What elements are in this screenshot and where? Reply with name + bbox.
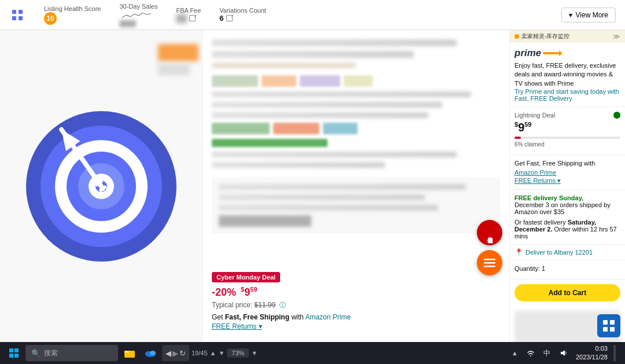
grid-icon-button[interactable] — [597, 314, 620, 337]
lightning-deal-header: Lightning Deal — [514, 112, 620, 119]
menu-icon — [483, 257, 497, 269]
svg-rect-25 — [14, 354, 19, 358]
deliver-to[interactable]: 📍 Deliver to Albany 12201 — [510, 245, 625, 260]
svg-rect-22 — [9, 348, 13, 352]
zoom-down-icon[interactable]: ▼ — [251, 350, 258, 356]
desc-blur-2 — [219, 194, 425, 200]
deal-progress-fill — [514, 137, 521, 139]
nav-back-icon[interactable]: ◀ — [166, 349, 171, 358]
sidebar-collapse-icon[interactable]: ≫ — [613, 32, 620, 41]
fast-shipping-text: Get Fast, Free Shipping with — [514, 160, 620, 167]
taskbar-center-apps: ◀ ▶ ↻ 19/45 ▲ ▼ 73% ▼ — [141, 344, 258, 362]
product-shipping-info: Get Fast, Free Shipping with Amazon Prim… — [212, 313, 500, 321]
delivery-detail: December 3 on orders shipped by Amazon o… — [514, 201, 620, 215]
deal-progress-bar — [514, 137, 620, 139]
variations-value: 6 — [219, 14, 223, 23]
sidebar-header-dot-icon — [514, 34, 519, 39]
taskbar-file-explorer[interactable] — [120, 344, 139, 362]
svg-rect-27 — [124, 351, 129, 353]
speaker-icon — [559, 349, 567, 357]
info-icon[interactable]: ⓘ — [280, 302, 286, 308]
30-day-sales: 30-Day Sales ████ — [119, 3, 157, 27]
taskbar-lang-label[interactable]: 中 — [543, 348, 550, 358]
taskbar-clock: 0:03 2023/11/28 — [576, 344, 608, 362]
blur-line-3 — [212, 91, 471, 97]
product-title-blur-2 — [212, 51, 414, 58]
chevron-down-tiny-icon: ▾ — [557, 177, 561, 184]
lightning-deal-active-dot — [613, 112, 620, 119]
lightning-deal-price: $959 — [514, 121, 620, 134]
onedrive-icon — [145, 349, 156, 357]
free-delivery-text: FREE delivery Sunday, — [514, 194, 620, 201]
amazon-prime-sidebar-link[interactable]: Amazon Prime — [514, 169, 556, 176]
svg-rect-17 — [484, 266, 495, 267]
shipping-section: Get Fast, Free Shipping with Amazon Prim… — [510, 155, 625, 190]
windows-start-button[interactable] — [5, 344, 23, 362]
show-desktop-button[interactable] — [613, 345, 616, 361]
svg-rect-15 — [484, 259, 495, 260]
nav-forward-icon[interactable]: ▶ — [172, 349, 178, 358]
lightning-deal-section: Lightning Deal $959 6% claimed — [510, 107, 625, 155]
sales-chart — [119, 10, 154, 20]
taskbar-network-icon[interactable] — [521, 344, 540, 362]
page-counter: 19/45 — [192, 350, 208, 356]
price-section: Cyber Monday Deal -20% $959 Typical pric… — [212, 271, 500, 330]
floating-seller-button[interactable] — [477, 250, 502, 275]
taskbar-sound-icon[interactable] — [554, 344, 572, 362]
top-toolbar: Listing Health Score 10 30-Day Sales ███… — [0, 0, 625, 30]
description-blur-section — [212, 177, 500, 234]
cyber-monday-badge: Cyber Monday Deal — [212, 272, 280, 282]
quantity-label: Quantity: 1 — [514, 265, 620, 272]
prime-cta[interactable]: Try Prime and start saving today with Fa… — [514, 88, 620, 102]
discount-percentage: -20% — [212, 286, 236, 299]
fba-fee-label: FBA Fee — [177, 7, 201, 14]
typical-price-value: $11.99 — [254, 301, 275, 309]
taskbar-onedrive[interactable] — [141, 344, 160, 362]
current-price: $959 — [241, 286, 257, 299]
svg-rect-20 — [603, 327, 608, 332]
svg-rect-24 — [9, 354, 13, 358]
deal-claimed-text: 6% claimed — [514, 141, 620, 148]
view-more-button[interactable]: ▾ View More — [561, 8, 616, 23]
cents-sup: 59 — [524, 122, 531, 128]
fba-fee: FBA Fee ██ ↗ — [177, 7, 201, 23]
svg-rect-16 — [484, 262, 495, 264]
grid-view-icon — [602, 319, 615, 332]
prime-description: Enjoy fast, FREE delivery, exclusive dea… — [514, 61, 620, 88]
clock-date: 2023/11/28 — [576, 353, 608, 362]
quantity-section: Quantity: 1 — [510, 260, 625, 280]
taskbar-search-label: 搜索 — [44, 348, 58, 358]
free-returns-sidebar[interactable]: FREE Returns ▾ — [514, 177, 561, 184]
variations-external-link-icon[interactable]: ↗ — [226, 15, 233, 21]
floating-login-button[interactable]: 点击登录 — [477, 220, 502, 245]
product-color-options — [212, 123, 500, 134]
page-down-icon[interactable]: ▼ — [218, 350, 225, 356]
taskbar-up-arrow-icon[interactable]: ▲ — [512, 350, 518, 356]
file-explorer-icon — [124, 348, 135, 358]
add-to-cart-button[interactable]: Add to Cart — [514, 284, 620, 302]
right-sidebar: 卖家精灵-库存监控 ≫ prime Enjoy fast, FREE deliv… — [509, 30, 625, 342]
nav-refresh-icon[interactable]: ↻ — [179, 349, 186, 358]
main-content: Cyber Monday Deal -20% $959 Typical pric… — [0, 30, 625, 342]
blur-line-7 — [212, 162, 385, 168]
taskbar-search-box[interactable]: 🔍 搜索 — [25, 345, 118, 361]
prime-text: prime — [514, 47, 541, 59]
fastest-delivery-text: Or fastest delivery Saturday, December 2… — [514, 219, 620, 240]
listing-health-label: Listing Health Score — [44, 5, 101, 12]
chevron-down-small-icon: ▾ — [259, 322, 262, 330]
svg-rect-21 — [610, 327, 615, 332]
svg-rect-0 — [12, 10, 16, 14]
location-pin-icon: 📍 — [514, 248, 523, 256]
variations-count: Variations Count 6 ↗ — [219, 7, 266, 23]
amazon-prime-link[interactable]: Amazon Prime — [305, 313, 351, 321]
prime-logo: prime — [514, 47, 620, 59]
blur-line-4 — [212, 102, 442, 108]
free-returns-link[interactable]: FREE Returns ▾ — [212, 322, 500, 330]
page-up-icon[interactable]: ▲ — [210, 350, 216, 356]
price-row: -20% $959 — [212, 286, 500, 299]
taskbar-system-icons: ▲ 中 0:03 2023/11/28 — [512, 344, 616, 362]
fba-external-link-icon[interactable]: ↗ — [189, 15, 196, 21]
browser-nav-arrows: ◀ ▶ ↻ — [162, 345, 189, 361]
sidebar-header: 卖家精灵-库存监控 ≫ — [510, 30, 625, 43]
wifi-icon — [526, 349, 535, 357]
